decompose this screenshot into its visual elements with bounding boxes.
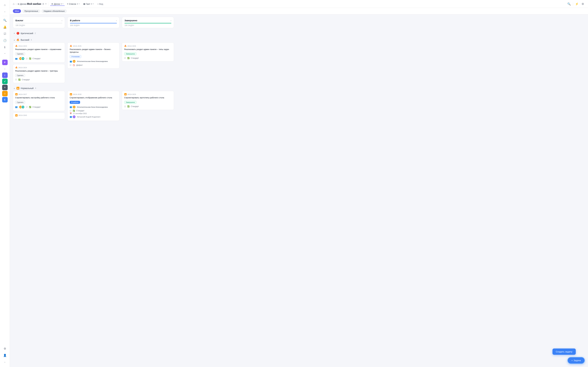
card-3638[interactable]: 🔼 JAGA-3638 Спроектировать отображение р… — [67, 91, 120, 121]
card-3637-meta: 👥 АА ТМ ☑ ✅ Стандарт — [15, 105, 63, 109]
card-3639-type: Стандарт — [131, 105, 139, 108]
create-task-fab[interactable]: Создать задачу — [553, 349, 576, 355]
app-c[interactable]: C — [2, 97, 8, 102]
card-3640-id: 🔼 JAGA-3640 — [15, 114, 63, 117]
tab-board-label: Доска — [54, 3, 60, 5]
filter-recent[interactable]: Недавно обновлённые — [42, 9, 67, 13]
chevron-right-icon[interactable]: › — [2, 8, 8, 15]
people-icon-author-3638: 👥 — [70, 116, 72, 118]
col-inprogress-title: В работе — [70, 19, 80, 22]
add-icon: + — [571, 359, 573, 362]
info-icon[interactable]: ℹ — [2, 44, 8, 50]
card-3636-meta: ☑ ✅ Стандарт — [124, 57, 172, 59]
settings-icon[interactable]: ⚙ — [2, 346, 8, 352]
priority-critical-header[interactable]: ▼ 🔴 Критический 2 — [13, 31, 585, 36]
card-3638-exec: Исполнительская Анна Александровна — [77, 106, 108, 108]
app-check[interactable]: ✓ — [2, 79, 8, 84]
check-icon-3638: ✅ — [73, 110, 75, 112]
task-icon-3633: ☑ — [26, 58, 28, 60]
search-icon[interactable]: 🔍 — [2, 17, 8, 23]
priority-normal-count: 4 — [35, 87, 36, 89]
header: ⌂ › ⊞ Доска Мой канбан 4 ▾ ⊟ Доска 4 ▾ ≡… — [10, 0, 588, 8]
col-done-count: 100 ЗАДАЧ — [122, 23, 174, 28]
card-3635-exec: Исполнительская Анна Александровна — [77, 60, 108, 62]
app-expand[interactable]: › — [2, 66, 8, 72]
card-3637-status: Сделать — [15, 101, 25, 104]
breadcrumb-count[interactable]: 4 — [42, 3, 45, 5]
card-3637-id: 🔼 JAGA-3637 — [15, 93, 63, 95]
add-view-button[interactable]: + Вид — [96, 2, 104, 6]
card-3639-id: 🔼 JAGA-3639 — [124, 93, 172, 95]
board-icon: ⊟ — [52, 3, 53, 5]
filter-mine[interactable]: Мои — [13, 9, 21, 13]
tab-list[interactable]: ≡ Список 4 ▾ — [66, 2, 81, 6]
filter-bar: Мои Просроченные Недавно обновлённые — [10, 8, 588, 14]
add-task-button[interactable]: + Задача — [567, 357, 585, 364]
board-content: Бэклог ‹ 100 ЗАДАЧ В работе ‹ 100 ЗАДАЧ — [10, 14, 588, 367]
card-3638-author-row: 👥 АА Авторский Андрей Андреевич — [70, 115, 117, 118]
priority-high-toggle: ▲ — [13, 39, 15, 41]
expand-right-icon[interactable]: › — [2, 359, 8, 365]
filter-overdue[interactable]: Просроченные — [22, 9, 40, 13]
card-3633-type: Стандарт — [33, 58, 41, 60]
settings-button[interactable]: ⚙ — [581, 1, 585, 7]
col-backlog-collapse[interactable]: ‹ — [61, 19, 62, 22]
card-3634[interactable]: 🔥 JAGA-3634 Реализовать раздел админ пан… — [13, 64, 65, 83]
tab-gantt-count: 4 — [91, 3, 92, 5]
board-grid-icon: ⊞ — [17, 3, 19, 5]
exec-avatar-3635: АА — [72, 60, 76, 63]
search-button[interactable]: 🔍 — [566, 1, 572, 7]
card-3635-title: Реализовать раздел админ панели – бизнес… — [70, 48, 117, 53]
card-3636[interactable]: 🔥 JAGA-3636 Реализовать раздел админ пан… — [122, 42, 174, 61]
card-3635-id: 🔥 JAGA-3635 — [70, 45, 117, 47]
collapse-icon[interactable]: ⌃ — [2, 51, 8, 57]
app-i[interactable]: i — [2, 73, 8, 78]
breadcrumb-sep-1: › — [16, 3, 16, 5]
defect-icon-3635: 🚫 — [73, 64, 75, 66]
tab-board-dropdown[interactable]: ▾ — [62, 3, 63, 5]
breadcrumb-dropdown-icon[interactable]: ▾ — [45, 3, 46, 5]
bell-icon[interactable]: 🔔 — [2, 24, 8, 30]
col-done-collapse[interactable]: ‹ — [171, 19, 171, 22]
people-icon-3633: 👥 — [15, 58, 17, 60]
normal-cards-row: 🔼 JAGA-3637 Спроектировать настройку раб… — [13, 91, 585, 121]
card-3635-meta: 👥 АА Исполнительская Анна Александровна — [70, 60, 117, 63]
priority-normal-header[interactable]: ▲ 🔼 Нормальный 4 — [13, 85, 585, 91]
people-icon-3638: 👥 — [70, 106, 72, 108]
card-3640[interactable]: 🔼 JAGA-3640 — [13, 113, 65, 119]
filter-button[interactable]: ⚡ — [574, 1, 579, 7]
user-avatar[interactable]: 👤 — [2, 352, 8, 359]
history-icon[interactable]: 🕐 — [2, 37, 8, 44]
tab-gantt-dropdown[interactable]: ▾ — [93, 3, 94, 5]
high-priority-icon-3635: 🔥 — [70, 45, 72, 47]
normal-priority-icon-3638: 🔼 — [70, 93, 72, 95]
people-icon-3637: 👥 — [15, 106, 17, 108]
app-list[interactable]: ≡ — [2, 85, 8, 90]
card-3639[interactable]: 🔼 JAGA-3639 Спроектировать прототипы раб… — [122, 91, 174, 110]
task-icon-3635: ☑ — [70, 64, 71, 66]
check-icon-3639: ✅ — [127, 105, 130, 108]
card-3633-id: 🔥 JAGA-3633 — [15, 45, 63, 47]
col-inprogress-collapse[interactable]: ‹ — [116, 19, 117, 22]
tab-gantt[interactable]: ▦ Гант 4 ▾ — [82, 2, 95, 6]
tab-list-dropdown[interactable]: ▾ — [79, 3, 80, 5]
home-breadcrumb-icon[interactable]: ⌂ — [13, 2, 15, 6]
priority-normal-toggle: ▲ — [13, 87, 15, 89]
tasks-icon[interactable]: ☑ — [2, 31, 8, 37]
card-3633[interactable]: 🔥 JAGA-3633 Реализовать раздел админ пан… — [13, 42, 65, 63]
home-icon[interactable]: ⌂ — [2, 2, 8, 8]
check-icon-3637: ✅ — [29, 106, 31, 108]
priority-high-header[interactable]: ▲ 🔥 Высокий 4 — [13, 37, 585, 42]
card-3639-title: Спроектировать прототипы рабочего стола — [124, 96, 172, 99]
card-3637-avatars: АА ТМ — [19, 105, 25, 109]
check-icon-3634: ✅ — [18, 79, 20, 81]
tab-board[interactable]: ⊟ Доска 4 ▾ — [50, 2, 64, 6]
card-3637[interactable]: 🔼 JAGA-3637 Спроектировать настройку раб… — [13, 91, 65, 111]
col-backlog-header: Бэклог ‹ — [13, 17, 65, 22]
normal-done-cards: 🔼 JAGA-3639 Спроектировать прототипы раб… — [122, 91, 174, 121]
card-3635[interactable]: 🔥 JAGA-3635 Реализовать раздел админ пан… — [67, 42, 120, 68]
high-inprogress-cards: 🔥 JAGA-3635 Реализовать раздел админ пан… — [67, 42, 120, 83]
app-p[interactable]: P — [2, 60, 8, 65]
col-backlog-title: Бэклог — [16, 19, 23, 22]
app-smiley[interactable]: ☺ — [2, 91, 8, 96]
